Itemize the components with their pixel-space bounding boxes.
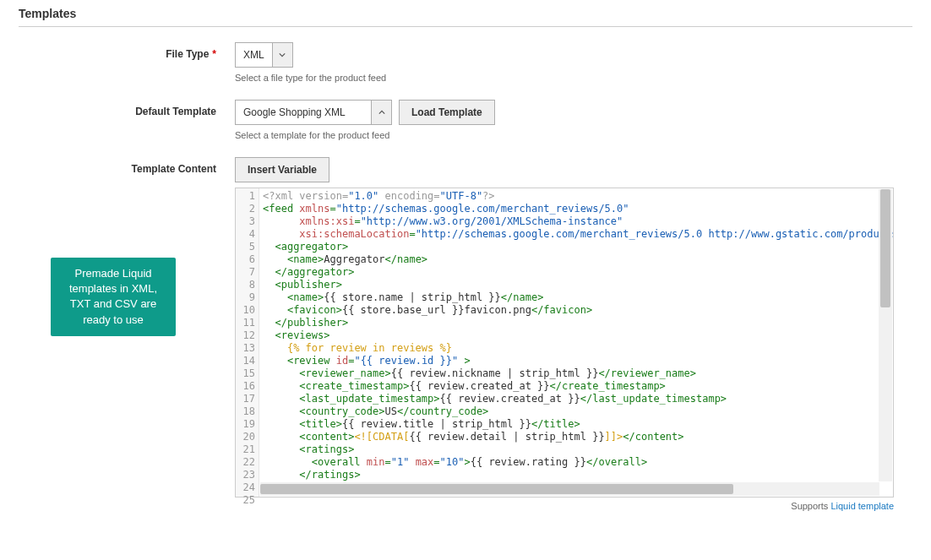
file-type-label: File Type* [19,42,235,60]
default-template-hint: Select a template for the product feed [235,130,912,140]
template-content-label: Template Content [19,157,235,175]
supports-note: Supports Liquid template [235,501,894,511]
vertical-scroll-thumb[interactable] [880,189,890,307]
code-area[interactable]: <?xml version="1.0" encoding="UTF-8"?><f… [259,188,893,497]
info-callout: Premade Liquid templates in XML, TXT and… [51,258,176,336]
file-type-label-text: File Type [166,48,209,60]
file-type-select[interactable]: XML [235,42,293,68]
chevron-up-icon [371,101,391,124]
insert-variable-button[interactable]: Insert Variable [235,157,329,182]
load-template-button[interactable]: Load Template [399,100,495,125]
file-type-value: XML [236,43,272,67]
horizontal-scroll-thumb[interactable] [260,484,733,494]
default-template-label: Default Template [19,100,235,117]
required-asterisk: * [212,48,216,60]
file-type-row: File Type* XML Select a file type for th… [19,42,912,83]
vertical-scrollbar[interactable] [879,189,892,481]
supports-prefix: Supports [791,501,830,511]
chevron-down-icon [272,43,292,67]
section-title: Templates [19,7,912,27]
horizontal-scrollbar[interactable] [260,482,879,496]
default-template-row: Default Template Google Shopping XML Loa… [19,100,912,140]
default-template-value: Google Shopping XML [236,101,371,124]
default-template-select[interactable]: Google Shopping XML [235,100,392,125]
file-type-hint: Select a file type for the product feed [235,73,912,83]
liquid-template-link[interactable]: Liquid template [830,501,894,511]
code-editor[interactable]: 1234567891011121314151617181920212223242… [235,188,894,497]
line-number-gutter: 1234567891011121314151617181920212223242… [236,188,259,497]
